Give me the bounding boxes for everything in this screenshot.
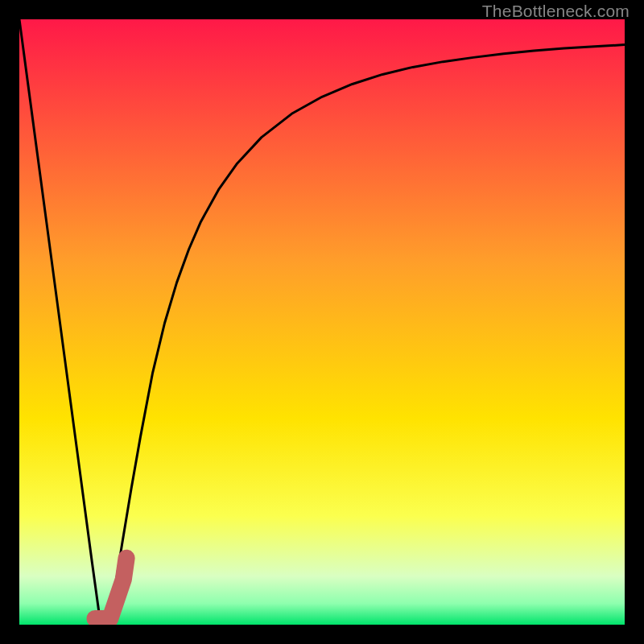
chart-svg: [19, 19, 625, 625]
gradient-background: [19, 19, 625, 625]
chart-frame: TheBottleneck.com: [0, 0, 644, 644]
plot-area: [19, 19, 625, 625]
watermark-label: TheBottleneck.com: [482, 2, 630, 21]
